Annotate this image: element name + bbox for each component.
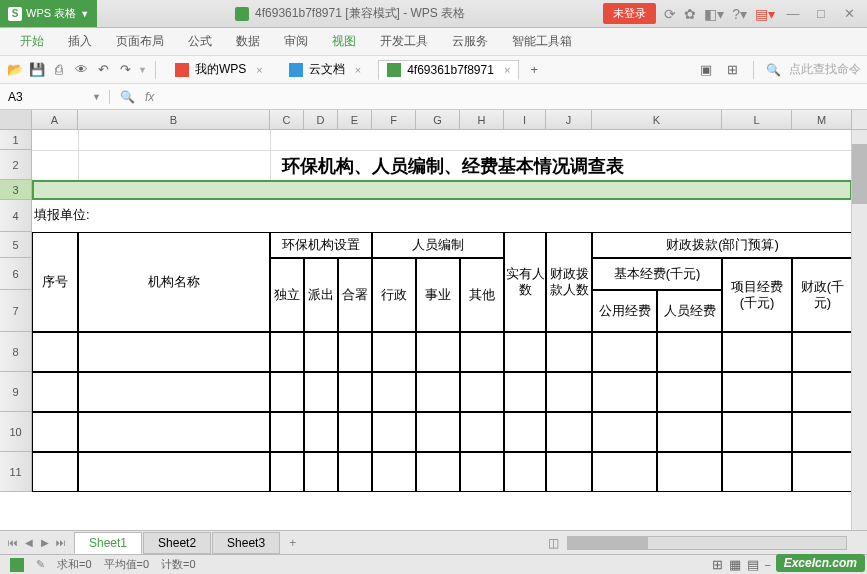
- data-cell[interactable]: [338, 332, 372, 372]
- row-header[interactable]: 5: [0, 232, 32, 258]
- last-sheet-icon[interactable]: ⏭: [54, 536, 68, 550]
- data-cell[interactable]: [304, 372, 338, 412]
- add-sheet-button[interactable]: +: [281, 533, 304, 553]
- data-cell[interactable]: [304, 452, 338, 492]
- first-sheet-icon[interactable]: ⏮: [6, 536, 20, 550]
- login-button[interactable]: 未登录: [603, 3, 656, 24]
- data-cell[interactable]: [78, 372, 270, 412]
- data-cell[interactable]: [657, 452, 722, 492]
- tab-close-icon[interactable]: ×: [256, 64, 262, 76]
- col-header[interactable]: D: [304, 110, 338, 129]
- menu-pagelayout[interactable]: 页面布局: [104, 29, 176, 54]
- row-header[interactable]: 1: [0, 130, 32, 150]
- data-cell[interactable]: [546, 412, 592, 452]
- toolbar-dropdown-icon[interactable]: ▼: [138, 65, 147, 75]
- menu-smarttools[interactable]: 智能工具箱: [500, 29, 584, 54]
- data-cell[interactable]: [504, 452, 546, 492]
- data-cell[interactable]: [78, 412, 270, 452]
- menu-formula[interactable]: 公式: [176, 29, 224, 54]
- print-icon[interactable]: ⎙: [50, 61, 68, 79]
- data-cell[interactable]: [592, 332, 657, 372]
- data-cell[interactable]: [416, 332, 460, 372]
- data-cell[interactable]: [372, 452, 416, 492]
- row-header[interactable]: 9: [0, 372, 32, 412]
- grid-icon[interactable]: ⊞: [723, 61, 741, 79]
- help-icon[interactable]: ?▾: [732, 6, 747, 22]
- undo-icon[interactable]: ↶: [94, 61, 112, 79]
- search-placeholder[interactable]: 点此查找命令: [789, 61, 861, 78]
- data-cell[interactable]: [372, 332, 416, 372]
- status-mode-icon[interactable]: [10, 558, 24, 572]
- view-normal-icon[interactable]: ⊞: [712, 557, 723, 572]
- data-cell[interactable]: [270, 372, 304, 412]
- data-cell[interactable]: [338, 372, 372, 412]
- data-cell[interactable]: [657, 412, 722, 452]
- data-cell[interactable]: [792, 412, 852, 452]
- scroll-thumb[interactable]: [568, 537, 648, 549]
- next-sheet-icon[interactable]: ▶: [38, 536, 52, 550]
- window-icon[interactable]: ▣: [697, 61, 715, 79]
- col-header[interactable]: L: [722, 110, 792, 129]
- row-header[interactable]: 4: [0, 200, 32, 232]
- col-header[interactable]: M: [792, 110, 852, 129]
- scroll-thumb[interactable]: [852, 144, 867, 204]
- data-cell[interactable]: [546, 332, 592, 372]
- doc-tab-cloud[interactable]: 云文档 ×: [280, 58, 370, 81]
- data-cell[interactable]: [338, 412, 372, 452]
- minimize-button[interactable]: —: [783, 6, 803, 21]
- data-cell[interactable]: [546, 372, 592, 412]
- maximize-button[interactable]: □: [811, 6, 831, 21]
- data-cell[interactable]: [460, 452, 504, 492]
- skin-icon[interactable]: ◧▾: [704, 6, 724, 22]
- tab-close-icon[interactable]: ×: [355, 64, 361, 76]
- row-header[interactable]: 2: [0, 150, 32, 180]
- menu-start[interactable]: 开始: [8, 29, 56, 54]
- data-cell[interactable]: [304, 332, 338, 372]
- data-cell[interactable]: [504, 412, 546, 452]
- data-cell[interactable]: [546, 452, 592, 492]
- cell-reference-box[interactable]: A3 ▼: [0, 90, 110, 104]
- row-header[interactable]: 3: [0, 180, 32, 200]
- data-cell[interactable]: [416, 372, 460, 412]
- col-header[interactable]: B: [78, 110, 270, 129]
- settings-icon[interactable]: ✿: [684, 6, 696, 22]
- col-header[interactable]: I: [504, 110, 546, 129]
- menu-view[interactable]: 视图: [320, 29, 368, 54]
- sheet-tab-2[interactable]: Sheet2: [143, 532, 211, 554]
- select-all-corner[interactable]: [0, 110, 32, 129]
- menu-insert[interactable]: 插入: [56, 29, 104, 54]
- preview-icon[interactable]: 👁: [72, 61, 90, 79]
- doc-tab-current[interactable]: 4f69361b7f8971 ×: [378, 60, 519, 80]
- data-cell[interactable]: [657, 332, 722, 372]
- sheet-tab-1[interactable]: Sheet1: [74, 532, 142, 554]
- data-cell[interactable]: [32, 412, 78, 452]
- vertical-scrollbar[interactable]: [851, 130, 867, 530]
- data-cell[interactable]: [722, 412, 792, 452]
- save-icon[interactable]: 💾: [28, 61, 46, 79]
- data-cell[interactable]: [460, 372, 504, 412]
- data-cell[interactable]: [270, 452, 304, 492]
- data-cell[interactable]: [657, 372, 722, 412]
- menu-review[interactable]: 审阅: [272, 29, 320, 54]
- col-header[interactable]: H: [460, 110, 504, 129]
- data-cell[interactable]: [372, 412, 416, 452]
- data-cell[interactable]: [32, 452, 78, 492]
- data-cell[interactable]: [792, 332, 852, 372]
- menu-cloud[interactable]: 云服务: [440, 29, 500, 54]
- data-cell[interactable]: [504, 332, 546, 372]
- sheet-tab-3[interactable]: Sheet3: [212, 532, 280, 554]
- zoom-out-icon[interactable]: −: [765, 559, 771, 571]
- data-cell[interactable]: [460, 412, 504, 452]
- data-cell[interactable]: [270, 332, 304, 372]
- input-mode-icon[interactable]: ✎: [36, 558, 45, 571]
- data-cell[interactable]: [338, 452, 372, 492]
- view-break-icon[interactable]: ▤: [747, 557, 759, 572]
- search-icon[interactable]: 🔍: [766, 63, 781, 77]
- col-header[interactable]: F: [372, 110, 416, 129]
- data-cell[interactable]: [416, 412, 460, 452]
- row-header[interactable]: 10: [0, 412, 32, 452]
- data-cell[interactable]: [722, 332, 792, 372]
- col-header[interactable]: J: [546, 110, 592, 129]
- col-header[interactable]: E: [338, 110, 372, 129]
- grid[interactable]: 环保机构、人员编制、经费基本情况调查表 填报单位: 序号 机构名称 环保机构设置…: [32, 130, 867, 492]
